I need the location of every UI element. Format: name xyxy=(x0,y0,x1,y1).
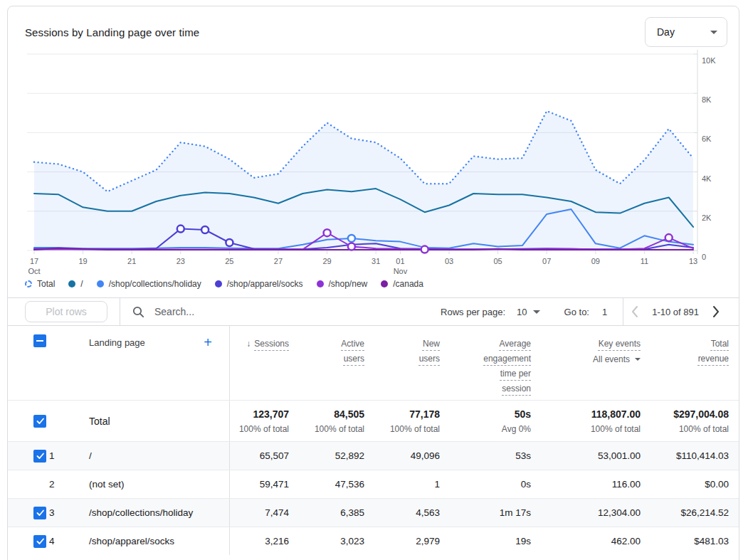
total-row-number-cell xyxy=(49,401,75,441)
header-line: ↓Sessions xyxy=(230,336,289,351)
card-header: Sessions by Landing page over time Day xyxy=(8,6,739,48)
header-label: Key events xyxy=(599,339,641,349)
metric-value: $26,214.52 xyxy=(649,499,739,527)
search-input[interactable] xyxy=(153,305,305,318)
x-tick-label: 11 xyxy=(641,257,648,265)
metric-value: 3,216 xyxy=(229,527,297,555)
chevron-left-icon xyxy=(631,305,639,318)
x-tick-label: 19 xyxy=(78,257,87,265)
column-header-sessions[interactable]: ↓Sessions xyxy=(229,326,297,400)
metric-value: 12,304.00 xyxy=(539,499,649,527)
legend-dot-icon xyxy=(381,280,388,287)
x-tick-label: 29 xyxy=(322,257,331,265)
landing-page-value[interactable]: /shop/collections/holiday xyxy=(75,507,229,518)
legend-item--shop-collections-holiday[interactable]: /shop/collections/holiday xyxy=(97,279,201,289)
landing-page-value[interactable]: /shop/apparel/socks xyxy=(75,536,229,546)
total-metric-cell: 84,505100% of total xyxy=(297,401,373,441)
chart-legend: Total//shop/collections/holiday/shop/app… xyxy=(8,278,739,297)
total-metric-cell: 123,707100% of total xyxy=(229,401,297,441)
total-metric-value: 77,178 xyxy=(373,408,440,420)
row-checkbox-cell xyxy=(8,535,49,548)
add-dimension-icon[interactable]: + xyxy=(204,337,212,347)
legend-item--shop-apparel-socks[interactable]: /shop/apparel/socks xyxy=(215,279,303,289)
metric-value: 7,474 xyxy=(229,499,297,527)
go-to-label: Go to: xyxy=(564,307,589,317)
column-header-average-engagement-time-per-session[interactable]: Averageengagementtime persession xyxy=(448,326,539,400)
legend-item--shop-new[interactable]: /shop/new xyxy=(317,279,368,289)
metric-value: 52,892 xyxy=(297,442,373,470)
metric-value: 1m 17s xyxy=(448,499,539,527)
chart-area: 10K8K6K4K2K017Oct1921232527293101Nov0305… xyxy=(8,48,739,278)
metric-value: 59,471 xyxy=(229,470,297,498)
header-label: users xyxy=(344,354,364,364)
chevron-down-icon xyxy=(710,31,717,34)
granularity-select[interactable]: Day xyxy=(645,17,727,47)
column-header-key-events[interactable]: Key eventsAll events xyxy=(539,326,649,400)
row-checkbox[interactable] xyxy=(33,535,46,548)
key-events-filter-dropdown[interactable]: All events xyxy=(539,354,641,364)
table-toolbar: Plot rows Rows per page: 10 Go to: 1 xyxy=(8,297,739,325)
next-page-button[interactable] xyxy=(707,303,725,320)
plot-rows-button[interactable]: Plot rows xyxy=(25,301,107,322)
row-checkbox[interactable] xyxy=(33,450,46,463)
metric-value: 462.00 xyxy=(539,527,649,555)
x-tick-label: 09 xyxy=(591,257,600,265)
row-checkbox[interactable] xyxy=(33,507,46,519)
anomaly-marker xyxy=(348,235,355,242)
table-body: 1/65,50752,89249,09653s53,001.00$110,414… xyxy=(8,441,739,555)
x-tick-label: 21 xyxy=(127,257,136,265)
header-line: New xyxy=(373,336,440,351)
total-checkbox-cell xyxy=(8,401,49,441)
legend-label: / xyxy=(80,279,83,289)
x-tick-month-label: Nov xyxy=(394,267,408,275)
total-metric-subtext: 100% of total xyxy=(649,424,729,434)
metric-value: 19s xyxy=(448,527,539,555)
y-tick-label: 4K xyxy=(702,174,712,183)
checkmark-icon xyxy=(36,416,45,426)
column-header-active-users[interactable]: Activeusers xyxy=(297,326,373,400)
pagination-range: 1-10 of 891 xyxy=(652,307,699,317)
metric-value: $481.03 xyxy=(649,527,739,555)
landing-page-header[interactable]: Landing page + xyxy=(75,326,229,400)
row-number-header xyxy=(49,326,75,400)
legend-item--[interactable]: / xyxy=(68,279,83,289)
total-metric-value: 123,707 xyxy=(230,408,289,420)
total-metric-cell: 50sAvg 0% xyxy=(448,401,539,441)
total-area-fill xyxy=(34,111,693,250)
x-tick-label: 17 xyxy=(30,257,38,265)
total-row-label: Total xyxy=(75,401,229,441)
rows-per-page-value[interactable]: 10 xyxy=(517,307,527,317)
go-to-input[interactable]: 1 xyxy=(602,307,607,317)
legend-item-Total[interactable]: Total xyxy=(25,279,55,289)
landing-page-value[interactable]: (not set) xyxy=(75,479,229,490)
total-metric-subtext: 100% of total xyxy=(230,424,289,434)
column-header-total-revenue[interactable]: Totalrevenue xyxy=(649,326,739,400)
y-tick-label: 2K xyxy=(702,213,712,222)
total-metric-value: 84,505 xyxy=(297,408,364,420)
total-metric-value: 118,807.00 xyxy=(539,408,641,420)
header-line: revenue xyxy=(649,351,729,366)
total-metric-subtext: 100% of total xyxy=(539,424,641,434)
metric-value: 47,536 xyxy=(297,470,373,498)
header-label: Active xyxy=(341,339,364,349)
total-row-checkbox[interactable] xyxy=(33,415,46,428)
row-checkbox-cell xyxy=(8,450,49,463)
rows-per-page-caret-icon[interactable] xyxy=(533,310,540,314)
metric-value: 65,507 xyxy=(229,442,297,470)
rows-per-page-label: Rows per page: xyxy=(441,307,505,317)
previous-page-button[interactable] xyxy=(626,303,643,320)
x-tick-label: 23 xyxy=(177,257,185,265)
column-header-new-users[interactable]: Newusers xyxy=(373,326,448,400)
landing-page-value[interactable]: / xyxy=(75,450,229,461)
header-label: Sessions xyxy=(254,339,289,349)
legend-item--canada[interactable]: /canada xyxy=(381,279,423,289)
pagination-controls: Rows per page: 10 Go to: 1 1-10 of 891 xyxy=(441,298,727,325)
legend-label: /shop/new xyxy=(329,279,368,289)
row-number: 2 xyxy=(49,479,75,490)
select-all-checkbox[interactable] xyxy=(33,334,46,347)
anomaly-marker xyxy=(226,239,233,246)
header-label: session xyxy=(502,384,531,393)
metric-value: 116.00 xyxy=(539,470,649,498)
legend-label: Total xyxy=(37,279,55,289)
metric-value: $0.00 xyxy=(649,470,739,498)
